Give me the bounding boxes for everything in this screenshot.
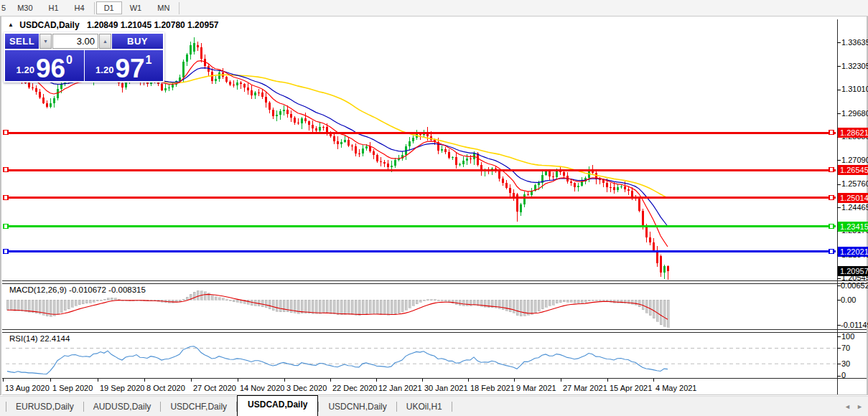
buy-price-pips: 97 <box>115 57 144 80</box>
date-tick-label: 19 Sep 2020 <box>100 384 144 392</box>
timeframe-5[interactable]: 5 <box>0 1 9 14</box>
rsi-label: RSI(14) 22.4144 <box>9 334 70 343</box>
level-price-badge: 1.26545 <box>838 165 868 175</box>
date-tick-label: 13 Aug 2020 <box>5 384 50 392</box>
chart-tabs: EURUSD,DailyAUDUSD,DailyUSDCHF,DailyUSDC… <box>0 397 868 416</box>
timeframe-H1[interactable]: H1 <box>41 1 67 14</box>
price-tick-label: 1.27090 <box>841 156 868 164</box>
price-tick-label: 1.31010 <box>841 85 868 93</box>
chart-symbol-period: USDCAD,Daily <box>19 20 79 30</box>
date-tick-label: 4 May 2021 <box>655 384 696 392</box>
macd-tick-label: 0.00 <box>841 296 856 304</box>
buy-price-point: 1 <box>146 54 152 67</box>
buy-price-prefix: 1.20 <box>95 65 113 75</box>
timeframe-D1[interactable]: D1 <box>96 1 122 14</box>
sell-price-point: 0 <box>66 54 73 67</box>
spin-down-icon: ▼ <box>43 39 48 44</box>
sell-price-prefix: 1.20 <box>17 65 34 75</box>
sell-price-pips: 96 <box>36 57 65 80</box>
date-tick-label: 18 Feb 2021 <box>470 384 515 392</box>
rsi-tick-label: 30 <box>841 359 850 368</box>
macd-label: MACD(12,26,9) -0.010672 -0.008315 <box>9 285 146 294</box>
tab-UKOil-H1[interactable]: UKOil,H1 <box>397 397 452 416</box>
date-tick-label: 9 Mar 2021 <box>516 384 556 392</box>
buy-price-button[interactable]: 1.20 97 1 <box>85 50 164 81</box>
chart-overlays: ▲ USDCAD,Daily 1.20849 1.21045 1.20780 1… <box>0 0 868 416</box>
level-price-badge: 1.28621 <box>838 128 868 138</box>
chart-tab-bar: EURUSD,DailyAUDUSD,DailyUSDCHF,DailyUSDC… <box>0 396 868 416</box>
date-tick-label: 27 Mar 2021 <box>563 384 607 392</box>
date-tick-label: 12 Jan 2021 <box>378 384 422 392</box>
chart-title: ▲ USDCAD,Daily 1.20849 1.21045 1.20780 1… <box>8 20 218 30</box>
rsi-tick-label: 0 <box>841 371 846 379</box>
date-tick-label: 30 Jan 2021 <box>424 384 468 392</box>
tab-USDCHF-Daily[interactable]: USDCHF,Daily <box>161 397 236 416</box>
tab-separator <box>452 402 452 412</box>
tab-scroll-right-icon[interactable]: ► <box>857 403 863 410</box>
toolbar-separator <box>179 2 179 14</box>
trade-panel-top-row: SELL ▼ ▲ BUY <box>5 34 163 49</box>
date-tick-label: 3 Dec 2020 <box>286 384 327 392</box>
date-tick-label: 14 Nov 2020 <box>240 384 284 392</box>
rsi-tick-label: 100 <box>841 332 854 341</box>
tab-USDCNH-Daily[interactable]: USDCNH,Daily <box>319 397 396 416</box>
level-price-badge: 1.22021 <box>838 247 868 257</box>
date-tick-label: 1 Sep 2020 <box>52 384 93 392</box>
rsi-tick-label: 70 <box>841 344 850 352</box>
toolbar-separator <box>94 2 95 14</box>
tab-AUDUSD-Daily[interactable]: AUDUSD,Daily <box>84 397 161 416</box>
date-tick-label: 22 Dec 2020 <box>332 384 377 392</box>
date-tick-label: 15 Apr 2021 <box>610 384 652 392</box>
tab-EURUSD-Daily[interactable]: EURUSD,Daily <box>6 397 83 416</box>
level-price-badge: 1.23415 <box>838 222 868 232</box>
sell-button[interactable]: SELL <box>5 34 39 49</box>
one-click-trading-panel: SELL ▼ ▲ BUY 1.20 96 0 1.20 97 <box>4 32 164 82</box>
sell-price-button[interactable]: 1.20 96 0 <box>5 50 84 81</box>
price-tick-label: 1.29680 <box>841 109 868 118</box>
tab-scroll-left-icon[interactable]: ◄ <box>844 403 851 410</box>
spin-up-icon: ▲ <box>103 39 108 44</box>
date-tick-label: 27 Oct 2020 <box>193 384 236 392</box>
price-tick-label: 1.33635 <box>841 38 868 47</box>
timeframe-M30[interactable]: M30 <box>9 1 40 14</box>
volume-increase-button[interactable]: ▲ <box>99 34 111 49</box>
current-price-badge: 1.20957 <box>838 266 868 276</box>
timeframe-H4[interactable]: H4 <box>67 1 93 14</box>
timeframe-W1[interactable]: W1 <box>122 1 150 14</box>
price-tick-label: 1.32305 <box>841 62 868 70</box>
price-tick-label: 1.24465 <box>841 203 868 212</box>
collapse-icon[interactable]: ▲ <box>8 22 14 28</box>
volume-input[interactable] <box>52 34 98 49</box>
macd-tick-label: -0.01149 <box>841 321 868 329</box>
trade-panel-price-row: 1.20 96 0 1.20 97 1 <box>5 50 163 81</box>
chart-ohlc-values: 1.20849 1.21045 1.20780 1.20957 <box>87 20 219 30</box>
volume-decrease-button[interactable]: ▼ <box>39 34 52 49</box>
tab-USDCAD-Daily[interactable]: USDCAD,Daily <box>237 395 318 416</box>
price-tick-label: 1.25760 <box>841 179 868 188</box>
date-tick-label: 8 Oct 2020 <box>146 384 185 392</box>
buy-button[interactable]: BUY <box>112 34 163 49</box>
level-price-badge: 1.25014 <box>838 193 868 203</box>
timeframe-MN[interactable]: MN <box>149 1 177 14</box>
timeframe-toolbar: 5M30H1H4D1W1MN <box>0 0 868 16</box>
macd-tick-label: 0.006521 <box>841 281 868 290</box>
